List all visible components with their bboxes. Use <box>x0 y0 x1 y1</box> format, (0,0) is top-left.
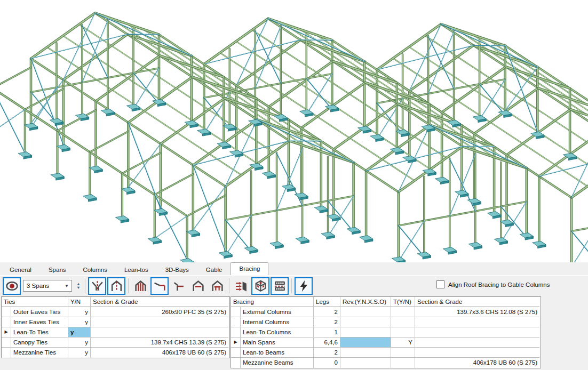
row-selector-gutter[interactable] <box>231 348 241 358</box>
cell-bracing-label[interactable]: Lean-to Beams <box>241 348 314 358</box>
cell-bracing-section[interactable]: 139.7x3.6 CHS 12.08 (S 275) <box>415 307 539 317</box>
cell-tie-yn[interactable]: y <box>68 327 91 337</box>
cell-bracing-rev[interactable] <box>340 327 391 337</box>
table-row: Outer Eaves Tiesy260x90 PFC 35 (S 275) <box>2 307 229 317</box>
cell-bracing-label[interactable]: Mezzanine Beams <box>241 358 314 368</box>
cell-tie-section[interactable]: 406x178 UB 60 (S 275) <box>91 348 228 358</box>
cell-bracing-section[interactable]: 406x178 UB 60 (S 275) <box>415 358 539 368</box>
cell-bracing-rev[interactable] <box>340 307 391 317</box>
cell-bracing-legs[interactable]: 2 <box>314 348 340 358</box>
cube-3d-button[interactable] <box>251 277 269 295</box>
lean-to-icon <box>153 279 166 293</box>
row-selector-gutter[interactable] <box>231 358 241 368</box>
cell-bracing-t[interactable] <box>391 327 415 337</box>
spinner-down-icon[interactable]: ▼ <box>74 286 83 289</box>
canopy-button[interactable] <box>170 277 188 295</box>
row-selector-gutter[interactable] <box>2 307 11 317</box>
cell-tie-label[interactable]: Outer Eaves Ties <box>11 307 68 317</box>
row-selector-gutter[interactable] <box>2 337 11 348</box>
table-row: Mezzanine Beams0406x178 UB 60 (S 275) <box>231 358 541 368</box>
cell-bracing-legs[interactable]: 6,4,6 <box>314 337 340 348</box>
ties-table: TiesY/NSection & GradeOuter Eaves Tiesy2… <box>1 296 230 358</box>
cell-tie-yn[interactable]: y <box>68 317 91 327</box>
cell-tie-label[interactable]: Canopy Ties <box>11 337 68 348</box>
row-selector-gutter[interactable]: ▶ <box>231 337 241 348</box>
cell-bracing-t[interactable] <box>391 358 415 368</box>
cell-bracing-rev[interactable] <box>340 337 391 348</box>
cell-tie-section[interactable] <box>91 317 228 327</box>
cell-tie-section[interactable]: 139.7x4 CHS 13.39 (S 275) <box>91 337 228 348</box>
header-yn: Y/N <box>68 297 91 307</box>
row-selector-gutter[interactable] <box>2 348 11 358</box>
gable-columns-button[interactable] <box>131 277 149 295</box>
cell-bracing-legs[interactable]: 2 <box>314 307 340 317</box>
tab-gable[interactable]: Gable <box>197 264 231 275</box>
cell-bracing-rev[interactable] <box>340 358 391 368</box>
mezzanine-ties-button[interactable] <box>208 277 226 295</box>
row-selector-gutter[interactable] <box>2 317 11 327</box>
cell-bracing-rev[interactable] <box>340 317 391 327</box>
tab-lean-tos[interactable]: Lean-tos <box>116 264 157 275</box>
valley-braces-button[interactable] <box>88 277 106 295</box>
cell-bracing-label[interactable]: External Columns <box>241 307 314 317</box>
row-selector-gutter[interactable] <box>231 317 241 327</box>
tab-bracing[interactable]: Bracing <box>231 262 268 275</box>
cell-tie-label[interactable]: Inner Eaves Ties <box>11 317 68 327</box>
header-rev: Rev.(Y.N.X.S.O) <box>340 297 391 307</box>
cell-tie-yn[interactable]: y <box>68 337 91 348</box>
cell-tie-section[interactable] <box>91 327 228 337</box>
cell-bracing-t[interactable]: Y <box>391 337 415 348</box>
cell-bracing-section[interactable] <box>415 337 539 348</box>
table-row: Internal Columns2 <box>231 317 541 327</box>
row-selector-gutter[interactable] <box>231 327 241 337</box>
cell-bracing-section[interactable] <box>415 327 539 337</box>
cell-bracing-label[interactable]: Main Spans <box>241 337 314 348</box>
span-spinner[interactable]: ▲ ▼ <box>74 282 83 289</box>
checkbox-box[interactable] <box>436 280 444 288</box>
toolbar-separator <box>229 278 229 293</box>
tab-3d-bays[interactable]: 3D-Bays <box>157 264 197 275</box>
align-roof-bracing-checkbox[interactable]: Align Roof Bracing to Gable Columns <box>436 280 550 288</box>
canopy-icon <box>172 279 186 293</box>
cell-bracing-rev[interactable] <box>340 348 391 358</box>
lean-to-button[interactable] <box>150 277 169 295</box>
row-selector-gutter[interactable]: ▶ <box>2 327 11 337</box>
members-table-button[interactable] <box>271 277 289 295</box>
portal-frame-wireframe <box>0 0 588 262</box>
table-row: Inner Eaves Tiesy <box>2 317 229 327</box>
tab-general[interactable]: General <box>1 264 40 275</box>
cell-bracing-section[interactable] <box>415 348 539 358</box>
cell-bracing-legs[interactable]: 1 <box>314 327 340 337</box>
wind-wall-button[interactable] <box>232 277 250 295</box>
cell-tie-label[interactable]: Lean-To Ties <box>11 327 68 337</box>
cell-bracing-section[interactable] <box>415 317 539 327</box>
portal-centerline-button[interactable] <box>107 277 125 295</box>
row-selector-gutter[interactable] <box>231 307 241 317</box>
structure-3d-view[interactable] <box>0 0 588 262</box>
app-window: { "tabs": { "items": [ {"label": "Genera… <box>0 0 588 370</box>
cell-bracing-t[interactable] <box>391 348 415 358</box>
span-selector-dropdown[interactable]: 3 Spans ▼ <box>23 280 72 292</box>
eaves-ties-button[interactable] <box>189 277 207 295</box>
cell-tie-yn[interactable]: y <box>68 348 91 358</box>
cell-bracing-t[interactable] <box>391 317 415 327</box>
cell-tie-label[interactable]: Mezzanine Ties <box>11 348 68 358</box>
cell-tie-section[interactable]: 260x90 PFC 35 (S 275) <box>91 307 228 317</box>
cell-bracing-legs[interactable]: 0 <box>314 358 340 368</box>
cell-bracing-label[interactable]: Internal Columns <box>241 317 314 327</box>
table-row: ▶Lean-To Tiesy <box>2 327 229 337</box>
view-target-button[interactable] <box>3 277 21 295</box>
cell-bracing-t[interactable] <box>391 307 415 317</box>
cell-tie-yn[interactable]: y <box>68 307 91 317</box>
tab-columns[interactable]: Columns <box>75 264 116 275</box>
header-ties: Ties <box>2 297 68 307</box>
toolbar-separator <box>128 278 129 293</box>
cell-bracing-label[interactable]: Lean-To Columns <box>241 327 314 337</box>
bracing-toolbar: 3 Spans ▼ ▲ ▼ Align Roof Bracing to Gabl… <box>0 275 588 296</box>
header-t: T(Y/N) <box>391 297 415 307</box>
cell-bracing-legs[interactable]: 2 <box>314 317 340 327</box>
tab-spans[interactable]: Spans <box>40 264 75 275</box>
members-table-icon <box>273 279 287 293</box>
lightning-button[interactable] <box>295 277 313 295</box>
mezzanine-ties-icon <box>211 279 224 293</box>
